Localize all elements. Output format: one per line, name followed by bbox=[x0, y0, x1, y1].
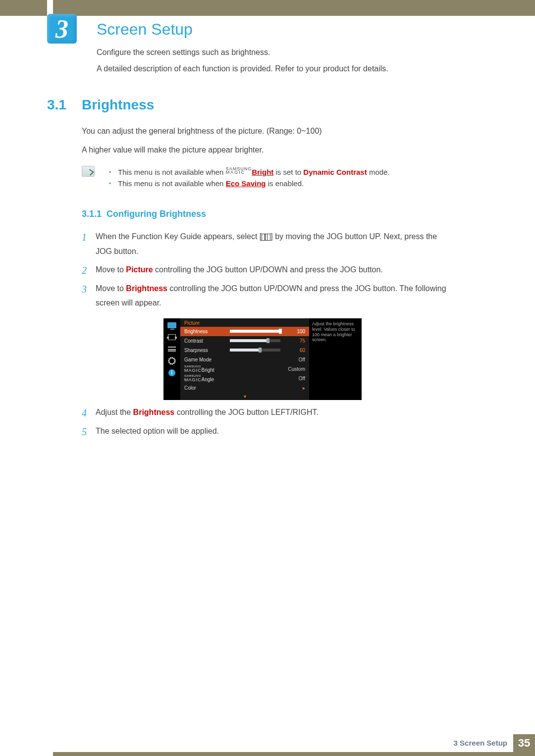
frame-icon bbox=[167, 333, 177, 341]
step-4: 4 Adjust the Brightness controlling the … bbox=[82, 405, 448, 420]
osd-row: SAMSUNGMAGICAngleOff bbox=[180, 374, 309, 383]
monitor-icon bbox=[167, 321, 177, 329]
dynamic-contrast-term: Dynamic Contrast bbox=[303, 168, 367, 176]
footer-decor-bar bbox=[47, 752, 535, 756]
osd-row: SAMSUNGMAGICBrightCustom bbox=[180, 364, 309, 374]
note-list: This menu is not available when SAMSUNGM… bbox=[109, 165, 476, 191]
chapter-number: 3 bbox=[55, 14, 68, 44]
page-number: 35 bbox=[513, 734, 535, 752]
note-item-1: This menu is not available when SAMSUNGM… bbox=[109, 168, 476, 176]
osd-description: Adjust the brightness level. Values clos… bbox=[309, 318, 362, 400]
intro-text-1: Configure the screen settings such as br… bbox=[97, 48, 270, 57]
chapter-title: Screen Setup bbox=[97, 20, 193, 39]
osd-row: Contrast75 bbox=[180, 336, 309, 346]
gear-icon bbox=[167, 357, 177, 365]
intro-text-2: A detailed description of each function … bbox=[97, 64, 388, 73]
osd-menu: Picture Brightness100Contrast75Sharpness… bbox=[180, 318, 309, 400]
chapter-badge: 3 bbox=[47, 14, 77, 44]
section-title: Brightness bbox=[82, 97, 154, 113]
osd-row: Color▸ bbox=[180, 383, 309, 393]
osd-row: Sharpness60 bbox=[180, 346, 309, 355]
info-icon: i bbox=[167, 369, 177, 377]
top-decor-bar bbox=[0, 0, 535, 16]
step-2: 2 Move to Picture controlling the JOG bu… bbox=[82, 262, 448, 277]
osd-down-arrow: ▾ bbox=[180, 393, 309, 400]
osd-preview: i Picture Brightness100Contrast75Sharpne… bbox=[163, 318, 362, 400]
step-1: 1 When the Function Key Guide appears, s… bbox=[82, 229, 448, 258]
footer-breadcrumb: 3 Screen Setup bbox=[454, 739, 507, 747]
step-3: 3 Move to Brightness controlling the JOG… bbox=[82, 281, 448, 310]
body-paragraph-2: A higher value will make the picture app… bbox=[82, 146, 264, 154]
osd-sidebar: i bbox=[163, 318, 180, 400]
osd-row: Brightness100 bbox=[180, 327, 309, 336]
step-5: 5 The selected option will be applied. bbox=[82, 424, 448, 439]
note-icon bbox=[82, 166, 95, 177]
list-icon bbox=[167, 345, 177, 353]
steps-list: 1 When the Function Key Guide appears, s… bbox=[82, 225, 448, 442]
magic-bright-link[interactable]: Bright bbox=[252, 168, 273, 176]
section-number: 3.1 bbox=[47, 97, 66, 113]
osd-header: Picture bbox=[180, 318, 309, 327]
subsection-heading: 3.1.1 Configuring Brightness bbox=[82, 209, 206, 219]
osd-row: Game ModeOff bbox=[180, 355, 309, 364]
menu-icon bbox=[262, 234, 270, 241]
eco-saving-link[interactable]: Eco Saving bbox=[226, 179, 266, 188]
body-paragraph-1: You can adjust the general brightness of… bbox=[82, 127, 322, 136]
note-item-2: This menu is not available when Eco Savi… bbox=[109, 179, 476, 188]
